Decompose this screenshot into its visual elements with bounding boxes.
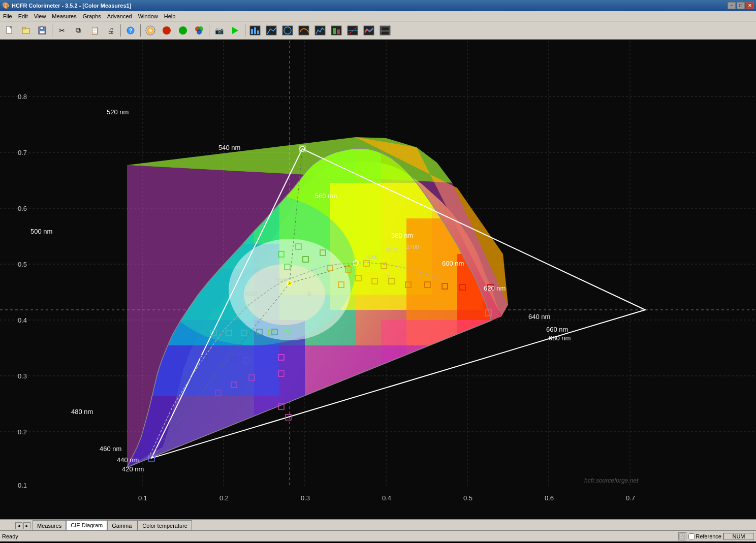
graph-btn-8[interactable] xyxy=(361,23,376,38)
close-button[interactable]: ✕ xyxy=(746,2,754,9)
green-measure-button[interactable] xyxy=(175,23,191,38)
svg-marker-16 xyxy=(232,27,238,34)
copy-button[interactable]: ⧉ xyxy=(71,23,86,38)
menu-item-graphs[interactable]: Graphs xyxy=(80,11,104,21)
svg-point-15 xyxy=(197,29,202,35)
menu-item-window[interactable]: Window xyxy=(135,11,161,21)
svg-text:440 nm: 440 nm xyxy=(117,456,139,464)
svg-text:460 nm: 460 nm xyxy=(100,445,121,453)
svg-text:9300: 9300 xyxy=(245,291,257,297)
new-button[interactable] xyxy=(2,23,17,38)
save-button[interactable] xyxy=(35,23,50,38)
menu-item-file[interactable]: File xyxy=(0,11,15,21)
menu-item-edit[interactable]: Edit xyxy=(15,11,31,21)
menu-item-measures[interactable]: Measures xyxy=(49,11,79,21)
svg-text:0.2: 0.2 xyxy=(18,428,27,436)
child-window: 4000 3000 2700 5500 9300 A B xyxy=(0,40,756,519)
svg-rect-148 xyxy=(680,534,685,539)
graph-btn-3[interactable] xyxy=(280,23,295,38)
mdi-area: 4000 3000 2700 5500 9300 A B xyxy=(0,40,756,519)
capture-button[interactable]: 📷 xyxy=(211,23,227,38)
svg-text:520 nm: 520 nm xyxy=(107,108,129,116)
separator-3 xyxy=(140,24,141,37)
svg-text:4000: 4000 xyxy=(366,254,378,260)
tab-cie-diagram[interactable]: CIE Diagram xyxy=(66,520,107,530)
reference-label: Reference xyxy=(696,533,721,539)
svg-text:0.7: 0.7 xyxy=(18,149,27,156)
svg-text:0.1: 0.1 xyxy=(18,482,27,489)
graph-btn-9[interactable] xyxy=(377,23,393,38)
separator-5 xyxy=(245,24,245,37)
paste-button[interactable]: 📋 xyxy=(87,23,102,38)
svg-rect-27 xyxy=(333,28,336,34)
maximize-button[interactable]: □ xyxy=(737,2,745,9)
svg-text:0.5: 0.5 xyxy=(463,494,472,502)
svg-text:0.2: 0.2 xyxy=(219,494,229,502)
titlebar: 🎨 HCFR Colorimeter - 3.5.2 - [Color Meas… xyxy=(0,0,756,11)
menubar: File Edit View Measures Graphs Advanced … xyxy=(0,11,756,21)
svg-text:0.3: 0.3 xyxy=(18,372,27,380)
svg-text:0.3: 0.3 xyxy=(301,494,310,502)
tab-gamma[interactable]: Gamma xyxy=(107,520,138,530)
svg-text:?: ? xyxy=(129,27,133,34)
svg-text:0.8: 0.8 xyxy=(18,93,27,101)
svg-text:660 nm: 660 nm xyxy=(546,326,568,333)
svg-point-10 xyxy=(147,27,153,34)
svg-text:hcfr.sourceforge.net: hcfr.sourceforge.net xyxy=(584,477,639,484)
print-button[interactable]: 🖨 xyxy=(103,23,118,38)
svg-text:620 nm: 620 nm xyxy=(484,284,506,292)
svg-text:580 nm: 580 nm xyxy=(391,232,413,239)
help-button[interactable]: ? xyxy=(123,23,138,38)
svg-text:0.7: 0.7 xyxy=(626,494,635,502)
svg-rect-18 xyxy=(251,29,253,34)
menu-item-view[interactable]: View xyxy=(31,11,49,21)
minimize-button[interactable]: – xyxy=(728,2,736,9)
svg-text:420 nm: 420 nm xyxy=(122,465,144,473)
separator-2 xyxy=(120,24,121,37)
color-measure-button[interactable] xyxy=(192,23,207,38)
svg-rect-20 xyxy=(257,30,259,34)
red-measure-button[interactable] xyxy=(159,23,174,38)
tabbar: ◄ ► Measures CIE Diagram Gamma Color tem… xyxy=(0,519,756,530)
svg-text:480 nm: 480 nm xyxy=(71,408,93,416)
open-button[interactable] xyxy=(18,23,34,38)
tab-color-temperature[interactable]: Color temperature xyxy=(138,520,192,530)
tab-nav-prev[interactable]: ◄ xyxy=(15,522,22,529)
svg-text:3000: 3000 xyxy=(386,247,398,253)
svg-rect-19 xyxy=(254,27,256,34)
graph-btn-4[interactable] xyxy=(296,23,311,38)
profile-button[interactable] xyxy=(143,23,158,38)
menu-item-help[interactable]: Help xyxy=(161,11,179,21)
graph-btn-6[interactable] xyxy=(329,23,344,38)
graph-btn-7[interactable] xyxy=(345,23,360,38)
num-indicator: NUM xyxy=(723,533,754,540)
graph-btn-1[interactable] xyxy=(247,23,263,38)
tab-nav-next[interactable]: ► xyxy=(23,522,30,529)
separator-1 xyxy=(52,24,52,37)
svg-text:0.5: 0.5 xyxy=(18,261,27,268)
toolbar: ✂ ⧉ 📋 🖨 ? 📷 xyxy=(0,21,756,40)
svg-text:5500: 5500 xyxy=(276,277,288,283)
titlebar-left: 🎨 HCFR Colorimeter - 3.5.2 - [Color Meas… xyxy=(2,2,131,9)
app-icon: 🎨 xyxy=(2,2,10,9)
svg-rect-32 xyxy=(380,26,390,35)
statusbar: Ready Reference NUM xyxy=(0,530,756,541)
graph-btn-2[interactable] xyxy=(264,23,279,38)
cie-diagram-area: 4000 3000 2700 5500 9300 A B xyxy=(0,40,756,519)
menu-item-advanced[interactable]: Advanced xyxy=(104,11,135,21)
svg-rect-5 xyxy=(40,27,43,29)
svg-text:0.4: 0.4 xyxy=(18,316,27,324)
reference-checkbox[interactable]: Reference xyxy=(688,533,721,539)
svg-rect-3 xyxy=(22,27,25,29)
svg-rect-6 xyxy=(40,31,45,34)
start-button[interactable] xyxy=(228,23,243,38)
svg-text:560 nm: 560 nm xyxy=(315,192,337,200)
svg-text:680 nm: 680 nm xyxy=(549,334,571,342)
graph-btn-5[interactable] xyxy=(312,23,328,38)
tab-navigation: ◄ ► xyxy=(15,522,30,530)
tab-measures[interactable]: Measures xyxy=(33,520,66,530)
svg-text:2700: 2700 xyxy=(406,244,419,250)
svg-rect-28 xyxy=(337,29,340,34)
reference-check[interactable] xyxy=(688,533,695,539)
cut-button[interactable]: ✂ xyxy=(54,23,70,38)
